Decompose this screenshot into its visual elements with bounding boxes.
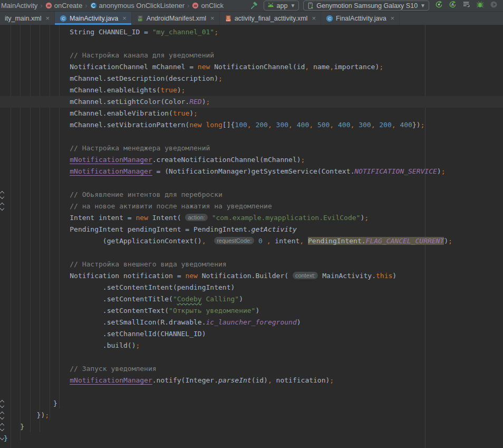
fold-marker[interactable] (0, 423, 5, 431)
code-line[interactable]: PendingIntent pendingIntent = PendingInt… (0, 224, 503, 235)
parameter-hint-chip: context: (293, 272, 318, 279)
code-line[interactable]: // на новое активити после нажатия на ув… (0, 201, 503, 212)
code-line[interactable]: Notification notification = new Notifica… (0, 270, 503, 282)
code-line[interactable]: mNotificationManager.notify(Integer.pars… (0, 375, 503, 386)
android-icon (267, 2, 274, 9)
code-token: String CHANNEL_ID = (4, 28, 152, 36)
code-token: ) (255, 307, 259, 314)
code-token: .build() (4, 341, 136, 349)
code-line[interactable]: .build(); (0, 340, 503, 351)
code-line[interactable]: } (0, 398, 503, 409)
code-line[interactable]: mNotificationManager.createNotificationC… (0, 154, 503, 166)
fold-marker[interactable] (0, 202, 5, 211)
editor-tab-bar: ity_main.xml×CMainActivity.java×MFAndroi… (0, 12, 503, 25)
code-token: 100 (235, 121, 247, 129)
code-line[interactable]: } (0, 433, 503, 444)
tab-finalacttivity-java[interactable]: CFinalActtivity.java× (321, 12, 400, 25)
fold-marker[interactable] (0, 190, 5, 199)
code-token: // на новое активити после нажатия на ув… (4, 202, 272, 210)
code-line[interactable]: // Настройка канала для уведомлений (0, 50, 503, 61)
code-line[interactable] (0, 351, 503, 363)
code-line[interactable]: }); (0, 409, 503, 421)
code-token: ; (379, 63, 383, 71)
code-line[interactable]: NotificationChannel mChannel = new Notif… (0, 61, 503, 73)
tab-activity-final-acttivity-xml[interactable]: xmlactivity_final_acttivity.xml× (220, 12, 321, 25)
code-line[interactable]: } (0, 421, 503, 433)
apply-changes-and-restart-button[interactable] (433, 1, 444, 11)
toolbar-actions: A (433, 1, 499, 11)
close-icon[interactable]: × (210, 15, 215, 22)
chevron-down-icon: ▼ (290, 3, 295, 8)
device-selector[interactable]: Genymotion Samsung Galaxy S10 ▼ (303, 1, 429, 11)
code-token (254, 237, 258, 245)
code-line[interactable]: String CHANNEL_ID = "my_channel_01"; (0, 26, 503, 38)
code-token: , (330, 121, 334, 129)
tab-mainactivity-java[interactable]: CMainActivity.java× (55, 12, 132, 25)
breadcrumb-item[interactable]: monClick (192, 2, 224, 9)
code-token: , (309, 121, 313, 129)
close-icon[interactable]: × (122, 15, 127, 22)
run-configuration-selector[interactable]: app ▼ (264, 1, 299, 11)
code-line[interactable]: // Настройка внешнего вида уведомления (0, 259, 503, 270)
tab-androidmanifest-xml[interactable]: MFAndroidManifest.xml× (132, 12, 220, 25)
code-line[interactable] (0, 38, 503, 50)
code-line[interactable]: .setContentTitle("Codeby Calling") (0, 293, 503, 305)
code-line[interactable] (0, 247, 503, 259)
breadcrumb-item[interactable]: monCreate (45, 2, 82, 9)
build-project-button[interactable] (249, 1, 259, 11)
code-line[interactable]: .setContentIntent(pendingIntent) (0, 282, 503, 293)
code-line[interactable]: mNotificationManager = (NotificationMana… (0, 166, 503, 177)
code-line[interactable]: // Запуск уведомления (0, 363, 503, 375)
fold-marker[interactable] (0, 434, 5, 443)
code-line[interactable]: (getApplicationContext(), requestCode: 0… (0, 235, 503, 247)
code-token: // Настройка канала для уведомлений (4, 51, 214, 59)
code-token: new (189, 121, 201, 129)
code-line[interactable] (0, 386, 503, 398)
code-token: mChannel.enableLights( (4, 86, 160, 94)
code-token: ) (189, 109, 194, 117)
code-line[interactable]: mChannel.enableLights(true); (0, 84, 503, 96)
code-token: ; (364, 214, 369, 222)
code-line[interactable] (0, 131, 503, 142)
code-token: (id) (252, 376, 268, 384)
code-line-highlighted[interactable]: mChannel.setLightColor(Color.RED); (0, 96, 503, 108)
code-token (272, 121, 276, 129)
method-icon: m (192, 2, 199, 9)
close-icon[interactable]: × (391, 15, 395, 22)
code-line[interactable]: Intent intent = new Intent( action: "com… (0, 212, 503, 224)
code-editor[interactable]: String CHANNEL_ID = "my_channel_01"; // … (0, 25, 503, 448)
code-line[interactable]: mChannel.setDescription(description); (0, 73, 503, 84)
code-line[interactable]: // Обьявление интентов для переброски (0, 189, 503, 201)
code-token: ; (301, 156, 305, 164)
code-token: ) (437, 167, 441, 175)
fold-marker[interactable] (0, 399, 5, 408)
debug-button[interactable] (475, 1, 485, 11)
fold-marker[interactable] (0, 411, 5, 420)
code-token: // Запуск уведомления (4, 365, 157, 373)
code-token: 300 (359, 121, 371, 129)
code-token: NotificationChannel mChannel = (4, 63, 198, 71)
code-line[interactable]: .setChannelId(CHANNEL_ID) (0, 328, 503, 340)
code-line[interactable]: mChannel.setVibrationPattern(new long[]{… (0, 119, 503, 131)
breadcrumb-label: onClick (201, 2, 224, 9)
svg-text:MF: MF (138, 18, 143, 21)
breadcrumb-item[interactable]: MainActivity (1, 2, 37, 9)
code-line[interactable]: mChannel.enableVibration(true); (0, 108, 503, 119)
svg-text:C: C (328, 16, 331, 21)
code-line[interactable]: .setContentText("Открыть уведомление") (0, 305, 503, 317)
breadcrumb-item[interactable]: anonymous OnClickListener (90, 2, 185, 9)
apply-code-changes-button[interactable]: A (447, 1, 458, 11)
code-token: ) (444, 237, 448, 245)
code-token: mNotificationManager (70, 376, 152, 384)
tab-ity-main-xml[interactable]: ity_main.xml× (0, 12, 55, 25)
code-line[interactable] (0, 177, 503, 189)
close-icon[interactable]: × (312, 15, 316, 22)
code-token: ) (239, 295, 243, 303)
java-class-icon: C (326, 15, 333, 22)
anonymous-class-icon (90, 2, 97, 9)
code-line[interactable]: .setSmallIcon(R.drawable.ic_launcher_for… (0, 317, 503, 328)
run-configurations-button[interactable] (461, 1, 471, 11)
code-line[interactable]: // Настройка менеджера уведомлений (0, 142, 503, 154)
code-token: .setContentTitle( (4, 295, 173, 303)
close-icon[interactable]: × (45, 15, 50, 22)
